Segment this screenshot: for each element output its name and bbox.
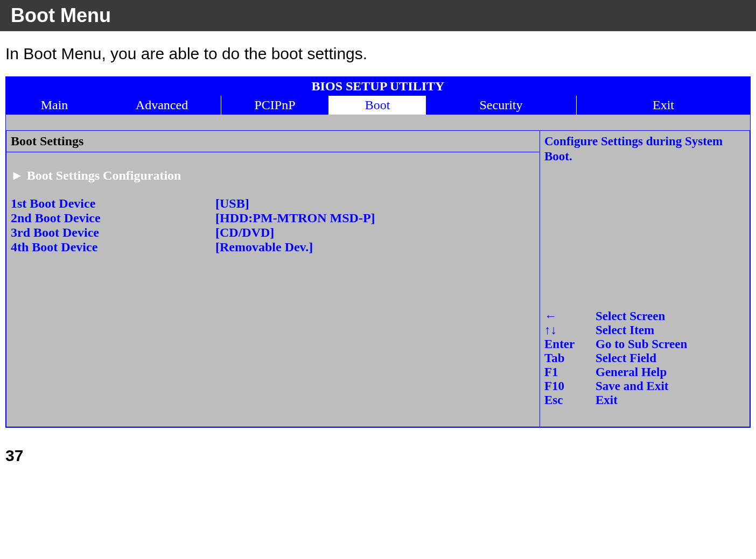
boot-device-1-label: 1st Boot Device bbox=[11, 196, 215, 211]
boot-settings-configuration-link[interactable]: ► Boot Settings Configuration bbox=[6, 152, 540, 196]
key-name: ↑↓ bbox=[544, 323, 596, 337]
key-hint-row: Esc Exit bbox=[544, 393, 745, 407]
key-action: General Help bbox=[596, 365, 667, 379]
boot-device-row-1[interactable]: 1st Boot Device [USB] bbox=[6, 196, 540, 211]
key-name: Enter bbox=[544, 337, 596, 351]
boot-device-row-4[interactable]: 4th Boot Device [Removable Dev.] bbox=[6, 240, 540, 254]
boot-device-3-label: 3rd Boot Device bbox=[11, 225, 215, 240]
key-name: Tab bbox=[544, 351, 596, 365]
left-panel: Boot Settings ► Boot Settings Configurat… bbox=[6, 131, 540, 427]
tab-boot[interactable]: Boot bbox=[329, 96, 426, 115]
section-header: Boot Settings bbox=[6, 131, 540, 152]
key-hint-row: F1 General Help bbox=[544, 365, 745, 379]
tab-pcipnp[interactable]: PCIPnP bbox=[221, 96, 329, 115]
help-text: Configure Settings during System Boot. bbox=[544, 134, 745, 164]
key-hint-row: ← Select Screen bbox=[544, 309, 745, 323]
bios-title: BIOS SETUP UTILITY bbox=[6, 77, 750, 96]
tab-main[interactable]: Main bbox=[6, 96, 103, 115]
key-action: Save and Exit bbox=[596, 379, 668, 393]
key-action: Go to Sub Screen bbox=[596, 337, 687, 351]
key-action: Select Screen bbox=[596, 309, 665, 323]
right-panel: Configure Settings during System Boot. ←… bbox=[540, 131, 750, 427]
boot-device-2-value: [HDD:PM-MTRON MSD-P] bbox=[215, 211, 535, 225]
boot-device-row-2[interactable]: 2nd Boot Device [HDD:PM-MTRON MSD-P] bbox=[6, 211, 540, 225]
spacer bbox=[6, 115, 750, 131]
tab-security[interactable]: Security bbox=[426, 96, 577, 115]
key-hint-row: Enter Go to Sub Screen bbox=[544, 337, 745, 351]
page-title: Boot Menu bbox=[11, 4, 111, 26]
content-area: Boot Settings ► Boot Settings Configurat… bbox=[6, 131, 750, 427]
key-action: Exit bbox=[596, 393, 618, 407]
key-name: Esc bbox=[544, 393, 596, 407]
tab-exit[interactable]: Exit bbox=[577, 96, 750, 115]
key-name: F10 bbox=[544, 379, 596, 393]
boot-device-4-value: [Removable Dev.] bbox=[215, 240, 535, 254]
boot-device-3-value: [CD/DVD] bbox=[215, 225, 535, 240]
page-title-bar: Boot Menu bbox=[0, 0, 756, 31]
key-action: Select Item bbox=[596, 323, 654, 337]
key-action: Select Field bbox=[596, 351, 656, 365]
tab-row: Main Advanced PCIPnP Boot Security Exit bbox=[6, 96, 750, 115]
page-description: In Boot Menu, you are able to do the boo… bbox=[0, 31, 756, 76]
boot-device-4-label: 4th Boot Device bbox=[11, 240, 215, 254]
bios-setup-utility: BIOS SETUP UTILITY Main Advanced PCIPnP … bbox=[5, 76, 751, 428]
key-name: F1 bbox=[544, 365, 596, 379]
boot-device-row-3[interactable]: 3rd Boot Device [CD/DVD] bbox=[6, 225, 540, 240]
key-hint-row: Tab Select Field bbox=[544, 351, 745, 365]
key-hint-row: ↑↓ Select Item bbox=[544, 323, 745, 337]
key-hints: ← Select Screen ↑↓ Select Item Enter Go … bbox=[544, 309, 745, 407]
page-number: 37 bbox=[0, 428, 756, 470]
bottom-space bbox=[6, 254, 540, 427]
tab-advanced[interactable]: Advanced bbox=[103, 96, 221, 115]
key-name: ← bbox=[544, 309, 596, 323]
boot-device-1-value: [USB] bbox=[215, 196, 535, 211]
boot-device-2-label: 2nd Boot Device bbox=[11, 211, 215, 225]
key-hint-row: F10 Save and Exit bbox=[544, 379, 745, 393]
